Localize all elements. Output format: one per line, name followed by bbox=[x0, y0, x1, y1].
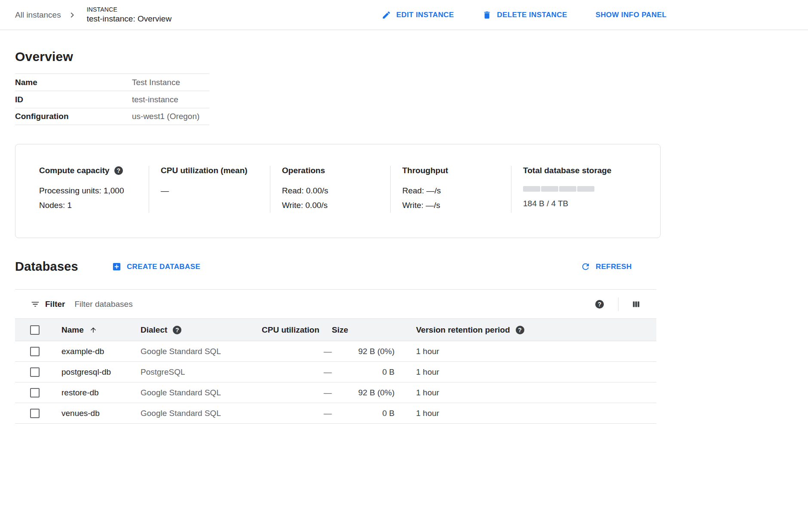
metric-compute-capacity: Compute capacity ? Processing units: 1,0… bbox=[39, 166, 149, 213]
column-label: Version retention period bbox=[416, 325, 510, 335]
show-info-panel-label: SHOW INFO PANEL bbox=[596, 11, 667, 19]
detail-label: Configuration bbox=[15, 112, 132, 121]
column-header-cpu-utilization[interactable]: CPU utilization bbox=[262, 325, 319, 334]
table-row[interactable]: venues-db Google Standard SQL — 0 B 1 ho… bbox=[15, 403, 656, 424]
create-database-label: CREATE DATABASE bbox=[127, 263, 200, 271]
storage-bar-segment bbox=[559, 186, 576, 192]
breadcrumb-all-instances-link[interactable]: All instances bbox=[15, 10, 61, 20]
instance-kicker: INSTANCE bbox=[87, 6, 171, 13]
metric-values: — bbox=[161, 183, 258, 198]
database-retention: 1 hour bbox=[395, 362, 656, 382]
table-row[interactable]: restore-db Google Standard SQL — 92 B (0… bbox=[15, 382, 656, 403]
cpu-mean-value: — bbox=[161, 183, 258, 198]
overview-heading: Overview bbox=[15, 49, 808, 64]
help-icon[interactable]: ? bbox=[114, 166, 123, 175]
table-row[interactable]: example-db Google Standard SQL — 92 B (0… bbox=[15, 341, 656, 362]
help-icon[interactable]: ? bbox=[516, 326, 524, 334]
metric-operations: Operations Read: 0.00/s Write: 0.00/s bbox=[270, 166, 390, 213]
storage-usage-text: 184 B / 4 TB bbox=[523, 199, 648, 208]
row-checkbox[interactable] bbox=[30, 367, 40, 377]
operations-write-value: Write: 0.00/s bbox=[282, 198, 378, 213]
detail-label: ID bbox=[15, 95, 132, 104]
main-content: Overview Name Test Instance ID test-inst… bbox=[0, 49, 808, 424]
database-name-link[interactable]: venues-db bbox=[54, 403, 133, 424]
database-name-link[interactable]: example-db bbox=[54, 341, 133, 362]
refresh-button[interactable]: REFRESH bbox=[581, 262, 632, 272]
edit-instance-button[interactable]: EDIT INSTANCE bbox=[382, 10, 454, 20]
database-cpu: — bbox=[262, 341, 332, 362]
help-icon[interactable]: ? bbox=[595, 300, 604, 309]
database-size: 92 B (0%) bbox=[332, 341, 395, 362]
database-size: 0 B bbox=[332, 362, 395, 382]
metric-title: Operations bbox=[282, 166, 378, 175]
create-database-button[interactable]: CREATE DATABASE bbox=[112, 262, 200, 272]
row-checkbox[interactable] bbox=[30, 409, 40, 418]
column-label: Name bbox=[61, 325, 84, 335]
detail-value: test-instance bbox=[132, 95, 178, 104]
database-retention: 1 hour bbox=[395, 403, 656, 424]
column-header-version-retention[interactable]: Version retention period ? bbox=[416, 325, 524, 335]
metric-total-storage: Total database storage 184 B / 4 TB bbox=[511, 166, 660, 213]
storage-bar-segment bbox=[523, 186, 540, 192]
metric-values: Read: —/s Write: —/s bbox=[402, 183, 499, 213]
database-name-link[interactable]: postgresql-db bbox=[54, 362, 133, 382]
table-row[interactable]: postgresql-db PostgreSQL — 0 B 1 hour bbox=[15, 362, 656, 382]
databases-filter-bar: Filter ? bbox=[15, 289, 656, 318]
select-all-checkbox[interactable] bbox=[30, 325, 40, 335]
filter-label: Filter bbox=[45, 300, 65, 309]
storage-usage-bar bbox=[523, 186, 648, 192]
pencil-icon bbox=[382, 10, 391, 20]
filter-databases-input[interactable] bbox=[74, 300, 595, 309]
metric-throughput: Throughput Read: —/s Write: —/s bbox=[390, 166, 511, 213]
metric-title: Throughput bbox=[402, 166, 499, 175]
metric-title-text: Operations bbox=[282, 166, 325, 175]
storage-bar-segment bbox=[541, 186, 558, 192]
breadcrumb: All instances INSTANCE test-instance: Ov… bbox=[15, 6, 171, 24]
operations-read-value: Read: 0.00/s bbox=[282, 183, 378, 198]
database-dialect: Google Standard SQL bbox=[133, 382, 262, 403]
column-header-dialect[interactable]: Dialect ? bbox=[141, 325, 181, 335]
help-icon[interactable]: ? bbox=[173, 326, 181, 334]
metrics-card: Compute capacity ? Processing units: 1,0… bbox=[15, 144, 661, 238]
database-name-link[interactable]: restore-db bbox=[54, 382, 133, 403]
detail-row-id: ID test-instance bbox=[15, 91, 209, 108]
page-header: All instances INSTANCE test-instance: Ov… bbox=[0, 0, 808, 30]
database-cpu: — bbox=[262, 403, 332, 424]
throughput-read-value: Read: —/s bbox=[402, 183, 499, 198]
metric-title-text: Compute capacity bbox=[39, 166, 110, 175]
detail-value: Test Instance bbox=[132, 78, 180, 87]
metric-values: Read: 0.00/s Write: 0.00/s bbox=[282, 183, 378, 213]
metric-cpu-utilization: CPU utilization (mean) — bbox=[149, 166, 270, 213]
database-dialect: Google Standard SQL bbox=[133, 341, 262, 362]
database-size: 0 B bbox=[332, 403, 395, 424]
delete-instance-button[interactable]: DELETE INSTANCE bbox=[482, 10, 567, 20]
table-header-row: Name Dialect ? CPU utilization bbox=[15, 319, 656, 341]
column-header-size[interactable]: Size bbox=[332, 325, 348, 334]
page-title-breadcrumb: test-instance: Overview bbox=[87, 14, 171, 24]
metric-title-text: Throughput bbox=[402, 166, 448, 175]
sort-ascending-icon bbox=[89, 326, 97, 334]
databases-section-header: Databases CREATE DATABASE REFRESH bbox=[15, 260, 656, 274]
header-actions: EDIT INSTANCE DELETE INSTANCE SHOW INFO … bbox=[382, 10, 667, 20]
database-retention: 1 hour bbox=[395, 341, 656, 362]
row-checkbox[interactable] bbox=[30, 347, 40, 356]
database-size: 92 B (0%) bbox=[332, 382, 395, 403]
metric-values: Processing units: 1,000 Nodes: 1 bbox=[39, 183, 125, 213]
metric-title-text: CPU utilization (mean) bbox=[161, 166, 248, 175]
detail-label: Name bbox=[15, 78, 132, 87]
detail-row-configuration: Configuration us-west1 (Oregon) bbox=[15, 108, 209, 125]
delete-instance-label: DELETE INSTANCE bbox=[497, 11, 567, 19]
storage-bar-segment bbox=[577, 186, 594, 192]
refresh-label: REFRESH bbox=[596, 263, 632, 271]
database-retention: 1 hour bbox=[395, 382, 656, 403]
chevron-right-icon bbox=[67, 10, 77, 20]
show-info-panel-button[interactable]: SHOW INFO PANEL bbox=[596, 11, 667, 19]
column-display-options-icon[interactable] bbox=[631, 300, 641, 309]
compute-units-value: Processing units: 1,000 bbox=[39, 183, 125, 198]
metric-title: Total database storage bbox=[523, 166, 648, 175]
column-header-name[interactable]: Name bbox=[61, 325, 97, 335]
row-checkbox[interactable] bbox=[30, 388, 40, 397]
refresh-icon bbox=[581, 262, 591, 272]
detail-row-name: Name Test Instance bbox=[15, 73, 209, 91]
databases-heading: Databases bbox=[15, 260, 78, 274]
